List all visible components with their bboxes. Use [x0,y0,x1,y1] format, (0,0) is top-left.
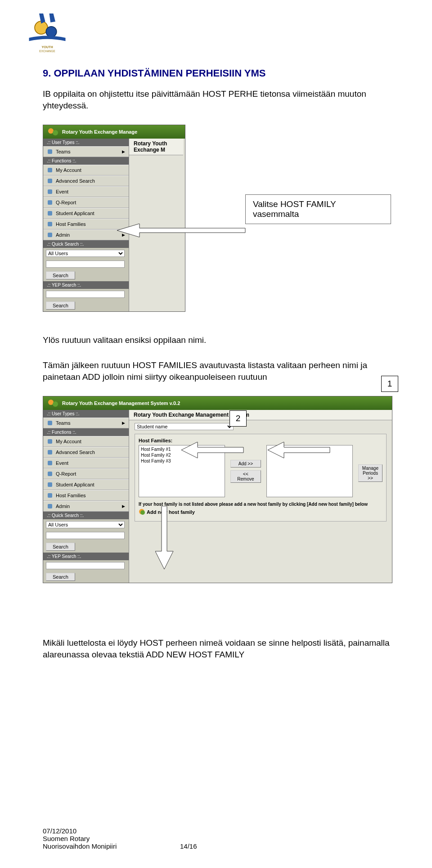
sidebar-item-advanced-search[interactable]: Advanced Search [43,447,129,458]
section-header: .:: User Types ::. [43,410,129,418]
svg-rect-7 [48,168,52,172]
arrow-annotation [155,506,187,569]
svg-text:EXCHANGE: EXCHANGE [39,49,55,53]
titlebar: Rotary Youth Exchange Management System … [43,396,392,410]
host-icon [47,221,53,227]
svg-marker-28 [268,442,330,458]
search-button[interactable]: Search [46,573,75,581]
cal-icon [47,460,53,466]
sidebar-item-event[interactable]: Event [43,458,129,468]
page-number: 14/16 [180,842,197,850]
svg-text:YOUTH: YOUTH [41,45,53,49]
user-icon [47,420,53,426]
gear-icon [47,503,53,509]
remove-button[interactable]: << Remove [230,470,261,483]
quick-search-select[interactable]: All Users [46,250,125,257]
sidebar-item-student-applicant[interactable]: Student Applicant [43,479,129,490]
search-button[interactable]: Search [46,301,75,310]
search-button[interactable]: Search [46,543,75,551]
app-icon [48,127,58,136]
sidebar-item-q-report[interactable]: Q-Report [43,468,129,479]
svg-point-1 [46,27,56,37]
svg-rect-17 [48,421,52,425]
svg-rect-23 [48,493,52,498]
svg-rect-21 [48,472,52,476]
sidebar-item-host-families[interactable]: Host Families [43,219,129,229]
svg-marker-27 [181,442,243,458]
yep-search-input[interactable] [46,291,125,298]
callout-number-2: 2 [230,410,247,427]
search-icon [47,449,53,455]
breadcrumb: Rotary Youth Exchange Management System [129,410,392,420]
intro-paragraph: IB oppilaita on ohjistettu itse päivittä… [43,88,394,111]
section-header: .:: YEP Search ::. [43,281,129,289]
section-header: .:: Quick Search ::. [43,240,129,248]
arrow-annotation [181,442,244,462]
svg-rect-10 [48,200,52,205]
search-button[interactable]: Search [46,271,75,279]
svg-rect-12 [48,222,52,226]
section-header: .:: Quick Search ::. [43,512,129,519]
page-heading: 9. OPPILAAN YHDISTÄMINEN PERHEISIIN YMS [43,67,394,79]
svg-rect-6 [48,149,52,154]
stu-icon [47,210,53,216]
sidebar-item-host-families[interactable]: Host Families [43,490,129,501]
app-icon [48,399,58,408]
callout-host-family: Valitse HOST FAMILY vasemmalta [245,194,391,224]
sidebar-item-teams[interactable]: Teams▶ [43,418,129,428]
section-header: .:: Functions ::. [43,157,129,165]
sidebar: .:: User Types ::.Teams▶.:: Functions ::… [43,139,129,311]
doc-icon [47,471,53,477]
doc-icon [47,199,53,206]
quick-search-input[interactable] [46,532,125,539]
svg-marker-29 [155,506,173,569]
body-paragraph: Ylös ruutuun valitaan ensiksi oppilaan n… [43,334,394,346]
svg-rect-19 [48,450,52,454]
sidebar-item-student-applicant[interactable]: Student Applicant [43,208,129,219]
app-window-1: Rotary Youth Exchange Manage .:: User Ty… [43,125,185,312]
svg-marker-14 [117,224,245,237]
window-title: Rotary Youth Exchange Management System … [62,400,180,406]
user-icon [47,148,53,155]
section-header: .:: Functions ::. [43,428,129,436]
arrow-annotation [268,442,331,462]
rotary-logo: YOUTH EXCHANGE [27,9,68,58]
svg-point-5 [53,130,58,135]
breadcrumb: Rotary Youth Exchange M [129,139,183,155]
manage-periods-button[interactable]: Manage Periods >> [358,464,382,482]
add-icon [139,508,145,516]
sidebar-item-admin[interactable]: Admin▶ [43,501,129,512]
home-icon [47,438,53,445]
svg-rect-13 [48,233,52,237]
sidebar-item-my-account[interactable]: My Account [43,436,129,447]
window-title: Rotary Youth Exchange Manage [62,129,137,135]
svg-point-26 [140,510,145,515]
app-window-2: Rotary Youth Exchange Management System … [43,396,392,583]
callout-number-1: 1 [381,376,398,392]
sidebar: .:: User Types ::.Teams▶.:: Functions ::… [43,410,129,583]
gear-icon [47,232,53,238]
home-icon [47,167,53,173]
sidebar-item-event[interactable]: Event [43,186,129,197]
student-select[interactable]: Student name [135,423,234,430]
section-header: .:: User Types ::. [43,139,129,146]
host-families-label: Host Families: [139,438,382,443]
body-paragraph: Mikäli luettelosta ei löydy HOST perheen… [43,637,394,660]
yep-search-input[interactable] [46,562,125,569]
stu-icon [47,481,53,488]
sidebar-item-advanced-search[interactable]: Advanced Search [43,175,129,186]
titlebar: Rotary Youth Exchange Manage [43,125,185,139]
sidebar-item-admin[interactable]: Admin▶ [43,229,129,240]
quick-search-input[interactable] [46,261,125,268]
quick-search-select[interactable]: All Users [46,521,125,528]
svg-rect-8 [48,179,52,183]
footer-org: Nuorisovaihdon Monipiiri [43,842,117,850]
sidebar-item-q-report[interactable]: Q-Report [43,197,129,208]
footer-org: Suomen Rotary [43,835,117,842]
svg-rect-22 [48,482,52,487]
svg-rect-11 [48,211,52,216]
sidebar-item-my-account[interactable]: My Account [43,165,129,175]
svg-point-16 [53,401,58,407]
sidebar-item-teams[interactable]: Teams▶ [43,146,129,157]
arrow-annotation [117,224,248,246]
